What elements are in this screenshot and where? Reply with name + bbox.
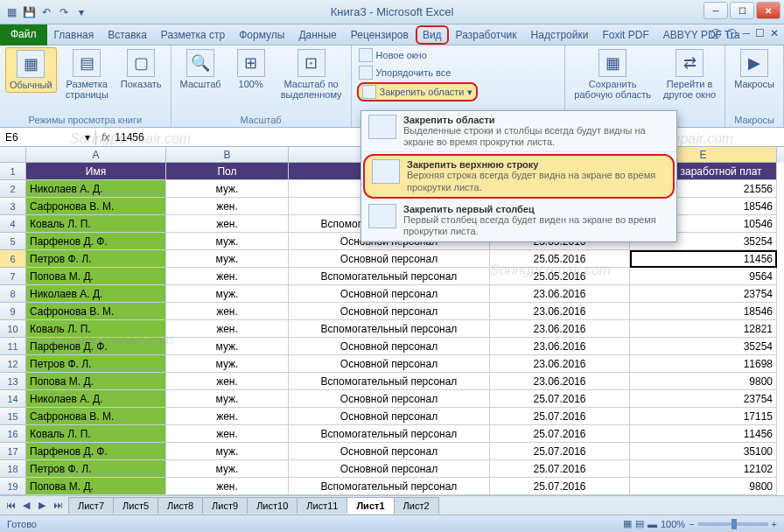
cell[interactable]: Основной персонал: [289, 408, 490, 425]
tab-Надстройки[interactable]: Надстройки: [524, 25, 596, 45]
tab-Данные[interactable]: Данные: [291, 25, 343, 45]
cell[interactable]: жен.: [166, 268, 289, 285]
cell[interactable]: Парфенов Д. Ф.: [26, 443, 166, 460]
cell[interactable]: Сафронова В. М.: [26, 198, 166, 215]
tab-Формулы[interactable]: Формулы: [232, 25, 291, 45]
row-header-17[interactable]: 17: [0, 443, 26, 460]
row-header-12[interactable]: 12: [0, 355, 26, 373]
cell[interactable]: Коваль Л. П.: [26, 320, 166, 338]
tab-Foxit PDF[interactable]: Foxit PDF: [595, 25, 655, 45]
cell[interactable]: Попова М. Д.: [26, 268, 166, 285]
save-icon[interactable]: 💾: [21, 4, 37, 20]
sheet-nav-last[interactable]: ⏭: [51, 500, 65, 511]
cell[interactable]: муж.: [166, 250, 289, 268]
cell[interactable]: муж.: [166, 443, 289, 460]
row-header-13[interactable]: 13: [0, 373, 26, 390]
name-box[interactable]: E6▾: [0, 130, 96, 145]
cell[interactable]: 11456: [630, 250, 777, 268]
tab-Вставка[interactable]: Вставка: [101, 25, 154, 45]
cell[interactable]: 23.06.2016: [490, 303, 630, 320]
cell[interactable]: жен.: [166, 198, 289, 215]
row-header-2[interactable]: 2: [0, 180, 26, 198]
sheet-tab-Лист1[interactable]: Лист1: [346, 497, 394, 514]
sheet-tab-Лист5[interactable]: Лист5: [113, 497, 158, 514]
cell[interactable]: жен.: [166, 373, 289, 390]
tab-Разметка стр[interactable]: Разметка стр: [154, 25, 232, 45]
cell[interactable]: Основной персонал: [289, 390, 490, 408]
arrange-all-button[interactable]: Упорядочить все: [357, 65, 453, 80]
cell[interactable]: 23754: [630, 390, 777, 408]
row-header-7[interactable]: 7: [0, 268, 26, 285]
cell[interactable]: муж.: [166, 460, 289, 478]
row-header-11[interactable]: 11: [0, 338, 26, 355]
switch-window-button[interactable]: ⇄ Перейти в другое окно: [660, 47, 719, 102]
cell[interactable]: 11698: [630, 355, 777, 373]
tab-Разработчик[interactable]: Разработчик: [449, 25, 524, 45]
cell[interactable]: 17115: [630, 408, 777, 425]
cell[interactable]: Петров Ф. Л.: [26, 355, 166, 373]
freeze-panes-button[interactable]: Закрепить области ▾: [357, 82, 479, 102]
minimize-ribbon-icon[interactable]: ⓥ: [710, 27, 721, 42]
cell[interactable]: Парфенов Д. Ф.: [26, 233, 166, 250]
save-workspace-button[interactable]: ▦ Сохранить рабочую область: [570, 47, 654, 102]
cell[interactable]: Николаев А. Д.: [26, 285, 166, 303]
cell[interactable]: жен.: [166, 425, 289, 443]
tab-Вид[interactable]: Вид: [416, 25, 449, 45]
cell[interactable]: 25.07.2016: [490, 408, 630, 425]
select-all-corner[interactable]: [0, 147, 26, 163]
row-header-8[interactable]: 8: [0, 285, 26, 303]
row-header-18[interactable]: 18: [0, 460, 26, 478]
cell[interactable]: 9800: [630, 373, 777, 390]
cell[interactable]: 23.06.2016: [490, 320, 630, 338]
header-cell[interactable]: Имя: [26, 163, 166, 180]
view-break-icon[interactable]: ▬: [648, 519, 657, 529]
cell[interactable]: 9564: [630, 268, 777, 285]
cell[interactable]: 23.06.2016: [490, 373, 630, 390]
cell[interactable]: 23.06.2016: [490, 338, 630, 355]
sheet-tab-Лист2[interactable]: Лист2: [394, 497, 439, 514]
cell[interactable]: Основной персонал: [289, 250, 490, 268]
cell[interactable]: 35100: [630, 443, 777, 460]
cell[interactable]: Сафронова В. М.: [26, 408, 166, 425]
tab-Главная[interactable]: Главная: [47, 25, 102, 45]
tab-Рецензиров[interactable]: Рецензиров: [344, 25, 416, 45]
zoom-in-button[interactable]: +: [772, 519, 777, 529]
wb-close-icon[interactable]: ✕: [770, 27, 779, 42]
row-header-15[interactable]: 15: [0, 408, 26, 425]
cell[interactable]: Основной персонал: [289, 443, 490, 460]
normal-view-button[interactable]: ▦ Обычный: [5, 47, 57, 93]
cell[interactable]: жен.: [166, 215, 289, 233]
sheet-tab-Лист7[interactable]: Лист7: [68, 497, 114, 514]
cell[interactable]: муж.: [166, 338, 289, 355]
cell[interactable]: Вспомогательный персонал: [289, 268, 490, 285]
undo-icon[interactable]: ↶: [38, 4, 54, 20]
sheet-tab-Лист10[interactable]: Лист10: [247, 497, 298, 514]
row-header-19[interactable]: 19: [0, 478, 26, 495]
macros-button[interactable]: ▶ Макросы: [731, 47, 778, 91]
redo-icon[interactable]: ↷: [56, 4, 72, 20]
view-normal-icon[interactable]: ▦: [623, 518, 632, 529]
help-icon[interactable]: ⓘ: [726, 27, 737, 42]
cell[interactable]: Парфенов Д. Ф.: [26, 338, 166, 355]
row-header-16[interactable]: 16: [0, 425, 26, 443]
cell[interactable]: 23754: [630, 285, 777, 303]
cell[interactable]: Основной персонал: [289, 285, 490, 303]
chevron-down-icon[interactable]: ▾: [85, 131, 90, 144]
zoom-thumb[interactable]: [732, 519, 737, 529]
cell[interactable]: 25.05.2016: [490, 268, 630, 285]
cell[interactable]: жен.: [166, 320, 289, 338]
zoom-button[interactable]: 🔍 Масштаб: [177, 47, 225, 91]
qat-more-icon[interactable]: ▾: [74, 4, 89, 20]
cell[interactable]: Коваль Л. П.: [26, 425, 166, 443]
excel-icon[interactable]: ▦: [4, 4, 19, 20]
cell[interactable]: Сафронова В. М.: [26, 303, 166, 320]
row-header-5[interactable]: 5: [0, 233, 26, 250]
freeze-option-0[interactable]: Закрепить областиВыделенные строки и сто…: [361, 111, 676, 152]
col-header-A[interactable]: A: [26, 147, 166, 163]
row-header-3[interactable]: 3: [0, 198, 26, 215]
cell[interactable]: 23.06.2016: [490, 355, 630, 373]
cell[interactable]: Коваль Л. П.: [26, 215, 166, 233]
file-tab[interactable]: Файл: [0, 24, 47, 46]
cell[interactable]: Вспомогательный персонал: [289, 425, 490, 443]
view-layout-icon[interactable]: ▤: [635, 518, 644, 529]
